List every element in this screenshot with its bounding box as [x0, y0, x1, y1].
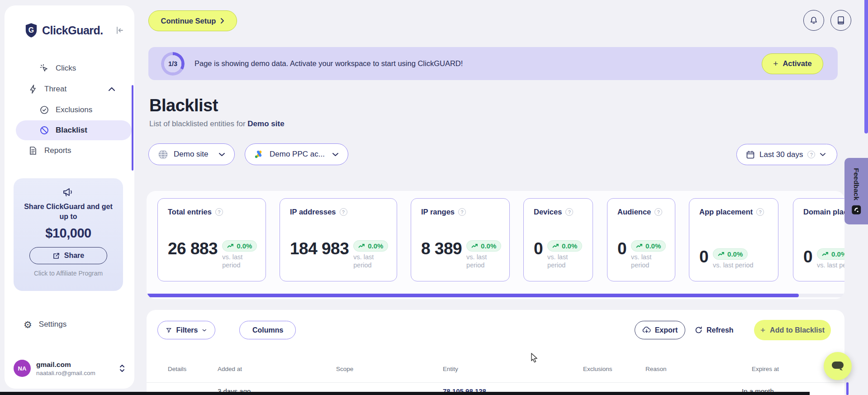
collapse-sidebar-icon[interactable] [115, 26, 124, 34]
sidebar-item-reports[interactable]: Reports [5, 140, 134, 161]
help-icon[interactable]: ? [756, 208, 764, 216]
chat-widget-button[interactable] [824, 352, 852, 380]
sidebar-item-threat[interactable]: Threat [5, 79, 134, 100]
refresh-label: Refresh [707, 326, 734, 334]
column-header[interactable]: Added at [218, 366, 242, 372]
add-to-blacklist-button[interactable]: + Add to Blacklist [754, 320, 831, 340]
activate-button[interactable]: + Activate [762, 53, 823, 74]
export-label: Export [655, 326, 678, 334]
filters-label: Filters [176, 326, 198, 334]
trend-badge: 0.0% [466, 240, 501, 252]
sidebar-item-label: Threat [44, 85, 66, 94]
external-link-icon [52, 252, 60, 260]
columns-label: Columns [252, 326, 283, 334]
columns-button[interactable]: Columns [239, 321, 296, 339]
chevron-down-icon [332, 152, 339, 157]
notifications-button[interactable] [803, 10, 824, 31]
bottom-edge-strip [0, 392, 810, 395]
docs-button[interactable] [830, 10, 851, 31]
sidebar-scrollbar-thumb[interactable] [132, 85, 133, 171]
avatar: NA [14, 360, 31, 377]
column-header[interactable]: Reason [645, 366, 667, 372]
cards-hscrollbar-thumb[interactable] [147, 294, 799, 297]
book-icon [837, 16, 845, 25]
lightning-icon [28, 84, 38, 94]
activate-label: Activate [783, 59, 811, 68]
filters-button[interactable]: Filters [157, 321, 215, 339]
stat-card-title: IP addresses [290, 208, 336, 216]
sidebar-item-exclusions[interactable]: Exclusions [5, 100, 134, 120]
ppc-account-selector[interactable]: Demo PPC ac... [245, 143, 348, 165]
table-header-divider [147, 382, 844, 383]
stat-card-title: Domain placement [803, 208, 844, 216]
funnel-icon [166, 327, 171, 334]
trend-up-icon [358, 243, 365, 248]
ban-icon [39, 125, 49, 135]
export-button[interactable]: Export [635, 321, 685, 339]
affiliate-promo-card[interactable]: Share ClickGuard and get up to $10,000 S… [14, 178, 123, 291]
promo-footnote: Click to Affiliate Program [20, 270, 117, 277]
trend-note: vs. last period [353, 253, 387, 269]
help-icon[interactable]: ? [458, 208, 466, 216]
site-selector-label: Demo site [174, 150, 209, 159]
stat-card: IP addresses ? 184 983 0.0% vs. last per… [280, 198, 397, 281]
chevron-down-icon [202, 328, 207, 332]
brand-name: ClickGuard. [42, 24, 115, 37]
trend-value: 0.0% [831, 250, 844, 258]
chevron-right-icon [220, 18, 224, 24]
demo-data-banner: 1/3 Page is showing demo data. Activate … [148, 47, 838, 80]
calendar-icon [746, 150, 755, 159]
trend-value: 0.0% [481, 242, 496, 250]
date-range-selector[interactable]: Last 30 days ? [736, 144, 837, 165]
promo-text: Share ClickGuard and get up to [20, 202, 117, 221]
continue-setup-button[interactable]: Continue Setup [148, 10, 237, 31]
sidebar-item-label: Blacklist [56, 126, 87, 135]
trend-note: vs. last period [631, 253, 665, 269]
megaphone-icon [62, 186, 75, 198]
plus-icon: + [760, 326, 765, 334]
feedback-tab[interactable]: Feedback [844, 158, 868, 224]
stat-card: App placement ? 0 0.0% vs. last period [689, 198, 778, 281]
trend-note: vs. last period [547, 253, 583, 269]
sidebar-item-settings[interactable]: ⚙ Settings [5, 314, 134, 334]
stat-card-value: 0 [617, 240, 626, 269]
column-header[interactable]: Details [168, 366, 186, 372]
refresh-icon [695, 326, 702, 334]
subtitle-text: List of blacklisted entities for [149, 119, 246, 128]
help-icon[interactable]: ? [340, 208, 347, 216]
sidebar-item-blacklist[interactable]: Blacklist [16, 120, 132, 140]
share-button[interactable]: Share [29, 247, 107, 264]
sidebar-item-clicks[interactable]: Clicks [5, 58, 134, 79]
trend-value: 0.0% [645, 242, 661, 250]
column-header[interactable]: Scope [336, 366, 353, 372]
table-vscrollbar-thumb[interactable] [846, 382, 849, 395]
account-switcher[interactable]: NA gmail.com naatali.ro@gmail.com [14, 356, 125, 381]
refresh-button[interactable]: Refresh [695, 321, 734, 339]
window-scrollbar-thumb[interactable] [864, 0, 868, 133]
help-icon[interactable]: ? [655, 208, 662, 216]
sidebar-item-label: Reports [44, 146, 71, 155]
cloud-download-icon [642, 326, 651, 334]
column-header[interactable]: Exclusions [583, 366, 612, 372]
chevron-down-icon [820, 152, 826, 157]
chevron-up-icon [108, 87, 115, 91]
stat-card-value: 0 [803, 248, 812, 269]
share-button-label: Share [64, 252, 84, 260]
trend-badge: 0.0% [631, 240, 666, 252]
sort-chevrons-icon [119, 364, 125, 373]
stat-card-value: 184 983 [290, 240, 349, 269]
stat-card: Domain placement ? 0 0.0% vs. last perio… [793, 198, 844, 281]
help-icon[interactable]: ? [565, 208, 573, 216]
site-selector[interactable]: Demo site [148, 143, 235, 165]
stat-card-title: App placement [699, 208, 753, 216]
trend-badge: 0.0% [547, 240, 582, 252]
sidebar: G ClickGuard. Clicks Threat Ex [5, 5, 134, 389]
trend-badge: 0.0% [817, 248, 844, 260]
help-icon[interactable]: ? [215, 208, 223, 216]
trend-note: vs. last period [817, 261, 844, 269]
column-header[interactable]: Entity [443, 366, 458, 372]
stat-card-title: Audience [617, 208, 651, 216]
column-header[interactable]: Expires at [752, 366, 779, 372]
settings-label: Settings [39, 320, 66, 329]
stat-card: Total entries ? 26 883 0.0% vs. last per… [157, 198, 266, 281]
